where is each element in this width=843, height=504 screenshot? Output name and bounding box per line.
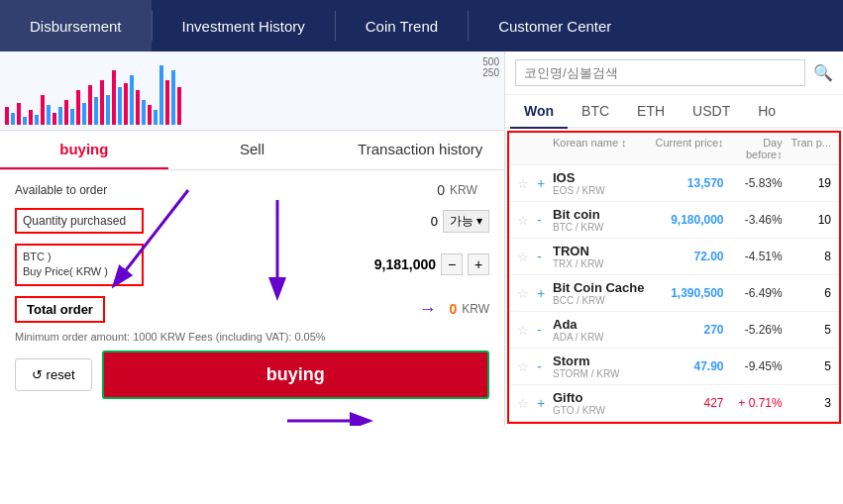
action-buttons: ↺ reset buying [15,351,489,399]
col-trans-header: Tran p... [783,137,831,160]
bar [17,103,21,125]
reset-button[interactable]: ↺ reset [15,358,92,391]
star-icon[interactable]: ☆ [517,396,529,411]
coin-tab-btc[interactable]: BTC [568,95,623,127]
bar-chart [5,65,499,125]
tab-buying[interactable]: buying [0,131,168,169]
available-value: 0 [144,182,445,198]
price-minus-btn[interactable]: − [441,253,463,275]
coin-tab-usdt[interactable]: USDT [679,95,744,127]
star-icon[interactable]: ☆ [517,213,529,228]
coin-row-2[interactable]: ☆ - TRON TRX / KRW 72.00 -4.51% 8 [509,239,839,275]
coin-tab-ho[interactable]: Ho [744,95,790,127]
search-button[interactable]: 🔍 [813,63,833,82]
bar [47,105,51,125]
right-panel: 🔍 Won BTC ETH USDT Ho Korean name ↕ Curr… [505,51,843,426]
bar [5,107,9,125]
total-label: Total order [15,296,105,323]
coin-row-4[interactable]: ☆ - Ada ADA / KRW 270 -5.26% 5 [509,312,839,349]
bar [35,115,39,125]
total-unit: KRW [462,302,489,316]
bar [41,95,45,125]
bar [82,103,86,125]
col-price-header: Current price↕ [651,137,724,160]
coin-price: 47.90 [651,359,724,373]
bar [112,70,116,125]
coin-row-0[interactable]: ☆ + IOS EOS / KRW 13,570 -5.83% 19 [509,165,839,202]
star-icon[interactable]: ☆ [517,176,529,191]
bar [106,95,110,125]
coin-price: 72.00 [651,250,724,263]
action-icon[interactable]: + [537,285,545,301]
price-label: BTC ) Buy Price( KRW ) [23,250,108,280]
coin-tab-won[interactable]: Won [510,95,568,129]
quantity-value: 0 [431,214,438,229]
form-area: Available to order 0 KRW Quantity purcha… [0,170,504,426]
bar [148,105,152,125]
coin-name: Storm [553,353,651,368]
coin-price: 1,390,500 [651,286,724,300]
bar [100,80,104,125]
coin-tab-eth[interactable]: ETH [623,95,679,127]
tab-sell[interactable]: Sell [168,131,337,169]
action-icon[interactable]: - [537,249,542,264]
coin-name: Bit Coin Cache [553,280,651,295]
coin-row-6[interactable]: ☆ + Gifto GTO / KRW 427 + 0.71% 3 [509,385,839,422]
coin-pair: BTC / KRW [553,222,651,233]
star-icon[interactable]: ☆ [517,286,529,301]
chart-area: 500 250 [0,51,504,131]
coin-name: Gifto [553,390,651,405]
total-arrow-icon: → [418,299,436,320]
bar [136,90,140,125]
coin-change: -6.49% [724,286,783,300]
action-icon[interactable]: - [537,322,542,338]
coin-pair: STORM / KRW [553,368,651,379]
top-navigation: Disbursement Investment History Coin Tre… [0,0,843,51]
search-icon: 🔍 [813,64,833,81]
bar [171,70,175,125]
coin-pair: TRX / KRW [553,258,651,269]
nav-coin-trend[interactable]: Coin Trend [336,0,468,51]
coin-price: 427 [651,396,724,410]
available-label: Available to order [15,183,144,197]
chart-label-500: 500 [482,56,499,67]
action-icon[interactable]: + [537,395,545,411]
nav-investment-history[interactable]: Investment History [153,0,335,51]
nav-disbursement[interactable]: Disbursement [0,0,152,51]
coin-trans: 3 [783,396,831,410]
bar [64,100,68,125]
bar [159,65,163,125]
coin-tabs: Won BTC ETH USDT Ho [505,95,843,129]
coin-price: 270 [651,323,724,337]
quantity-badge[interactable]: 가능 ▾ [443,210,489,233]
coin-trans: 19 [783,176,831,190]
col-fav-header [517,137,537,160]
tab-transaction-history[interactable]: Transaction history [336,131,504,169]
star-icon[interactable]: ☆ [517,359,529,374]
coin-name: Bit coin [553,207,651,222]
star-icon[interactable]: ☆ [517,250,529,264]
price-plus-btn[interactable]: + [468,253,489,275]
coin-name: Ada [553,317,651,332]
action-icon[interactable]: - [537,358,542,374]
star-icon[interactable]: ☆ [517,323,529,338]
bar [11,113,15,125]
nav-customer-center[interactable]: Customer Center [469,0,641,51]
price-label-line2: Buy Price( KRW ) [23,265,108,277]
coin-row-1[interactable]: ☆ - Bit coin BTC / KRW 9,180,000 -3.46% … [509,202,839,239]
coin-row-5[interactable]: ☆ - Storm STORM / KRW 47.90 -9.45% 5 [509,349,839,385]
bar [23,117,27,125]
coin-price: 13,570 [651,176,724,190]
col-action-header [537,137,553,160]
action-icon[interactable]: - [537,212,542,228]
buying-button[interactable]: buying [102,351,489,399]
search-input[interactable] [515,59,805,86]
coin-row-3[interactable]: ☆ + Bit Coin Cache BCC / KRW 1,390,500 -… [509,275,839,312]
bar [124,83,128,125]
quantity-label: Quantity purchased [23,214,126,228]
coin-trans: 6 [783,286,831,300]
available-row: Available to order 0 KRW [15,182,489,198]
quantity-box: Quantity purchased [15,208,144,234]
action-icon[interactable]: + [537,175,545,191]
coin-pair: BCC / KRW [553,295,651,306]
